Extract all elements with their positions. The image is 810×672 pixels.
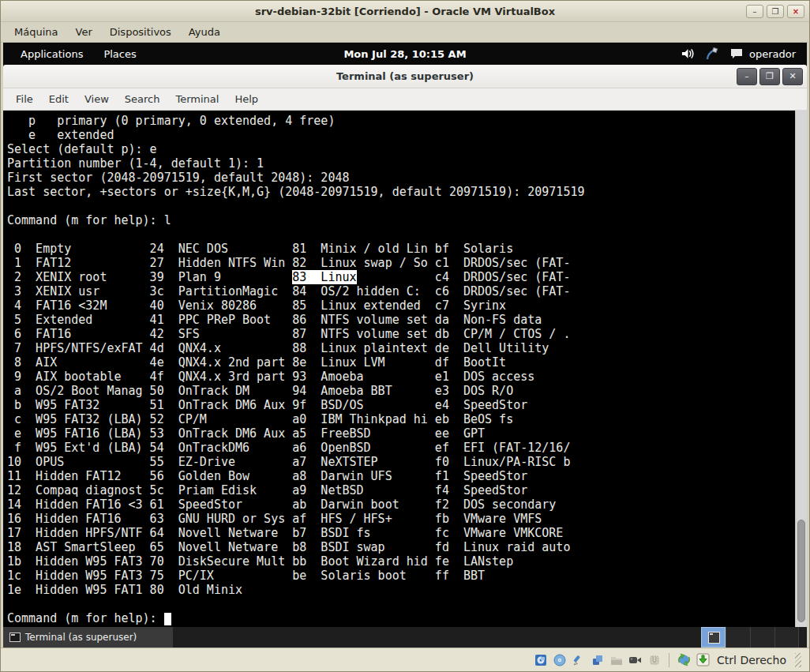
menu-terminal[interactable]: Terminal xyxy=(167,90,227,108)
username: operador xyxy=(749,48,796,60)
hostkey-label: Ctrl Derecho xyxy=(717,654,786,666)
statusbar-separator xyxy=(669,653,669,667)
terminal-line xyxy=(7,199,795,213)
terminal-line: 7 HPFS/NTFS/exFAT 4d QNX4.x 88 Linux pla… xyxy=(7,341,795,355)
terminal-window-title: Terminal (as superuser) xyxy=(3,70,807,82)
terminal-window-controls: – ❐ ✕ xyxy=(737,68,807,85)
menu-dispositivos[interactable]: Dispositivos xyxy=(101,23,180,41)
terminal-line: 1c Hidden W95 FAT3 75 PC/IX be Solaris b… xyxy=(7,569,795,583)
vm-screen: Mon Jul 28, 10:15 AM Applications Places… xyxy=(1,43,809,648)
terminal-line: First sector (2048-20971519, default 204… xyxy=(7,171,795,185)
workspace-2[interactable] xyxy=(726,627,750,648)
usb-icon[interactable]: U xyxy=(647,653,661,666)
menu-help[interactable]: Help xyxy=(227,90,266,108)
terminal-window: Terminal (as superuser) – ❐ ✕ File Edit … xyxy=(3,65,807,627)
terminal-line: 1e Hidden W95 FAT1 80 Old Minix xyxy=(7,583,795,597)
pen-icon[interactable] xyxy=(572,653,585,666)
menu-search[interactable]: Search xyxy=(117,90,168,108)
maximize-button[interactable]: ❐ xyxy=(767,5,784,18)
terminal-line: 12 Compaq diagnost 5c Priam Edisk a9 Net… xyxy=(7,483,795,497)
terminal-line: c W95 FAT32 (LBA) 52 CP/M a0 IBM Thinkpa… xyxy=(7,412,795,426)
terminal-line: 18 AST SmartSleep 65 Novell Netware b8 B… xyxy=(7,540,795,554)
terminal-close-button[interactable]: ✕ xyxy=(782,68,803,85)
terminal-line: e extended xyxy=(7,128,795,142)
taskbar-task-label: Terminal (as superuser) xyxy=(25,632,137,643)
terminal-line: 1b Hidden W95 FAT3 70 DiskSecure Mult bb… xyxy=(7,554,795,569)
user-menu[interactable]: operador xyxy=(730,47,796,61)
network-windows-icon[interactable] xyxy=(591,653,604,666)
minimize-button[interactable]: – xyxy=(746,5,763,18)
terminal-minimize-button[interactable]: – xyxy=(737,68,757,85)
scrollbar-thumb[interactable] xyxy=(797,520,805,622)
virtualbox-window: srv-debian-32bit [Corriendo] - Oracle VM… xyxy=(0,0,810,672)
volume-icon[interactable] xyxy=(681,47,695,61)
hard-disk-icon[interactable] xyxy=(534,653,547,666)
terminal-line: 5 Extended 41 PPC PReP Boot 86 NTFS volu… xyxy=(7,313,795,327)
video-capture-icon[interactable] xyxy=(628,653,642,666)
terminal-line: f W95 Ext'd (LBA) 54 OnTrackDM6 a6 OpenB… xyxy=(7,441,795,455)
terminal-line: p primary (0 primary, 0 extended, 4 free… xyxy=(7,114,795,128)
taskbar-terminal-button[interactable]: Terminal (as superuser) xyxy=(3,627,173,648)
terminal-mini-icon xyxy=(9,633,21,642)
terminal-line xyxy=(7,597,795,611)
terminal-line: 1 FAT12 27 Hidden NTFS Win 82 Linux swap… xyxy=(7,256,795,270)
workspace-window-thumbnail xyxy=(708,632,720,644)
terminal-scrollbar[interactable] xyxy=(795,111,807,627)
workspace-switcher xyxy=(701,627,799,648)
mouse-integration-icon[interactable] xyxy=(696,653,710,666)
terminal-line: 11 Hidden FAT12 56 Golden Bow a8 Darwin … xyxy=(7,469,795,483)
terminal-line: Partition number (1-4, default 1): 1 xyxy=(7,156,795,171)
terminal-menubar: File Edit View Search Terminal Help xyxy=(3,88,807,111)
terminal-line: 3 XENIX usr 3c PartitionMagic 84 OS/2 hi… xyxy=(7,284,795,298)
terminal-line: b W95 FAT32 51 OnTrack DM6 Aux 9f BSD/OS… xyxy=(7,398,795,412)
resize-grip[interactable] xyxy=(795,653,801,667)
vbox-titlebar[interactable]: srv-debian-32bit [Corriendo] - Oracle VM… xyxy=(1,1,809,22)
terminal-line: 14 Hidden FAT16 <3 61 SpeedStor ab Darwi… xyxy=(7,497,795,512)
terminal-line: 2 XENIX root 39 Plan 9 83 Linux c4 DRDOS… xyxy=(7,270,795,284)
terminal-line: Select (default p): e xyxy=(7,142,795,156)
gnome-top-panel: Mon Jul 28, 10:15 AM Applications Places… xyxy=(3,43,807,65)
menu-file[interactable]: File xyxy=(8,90,41,108)
terminal-line: 9 AIX bootable 4f QNX4.x 3rd part 93 Amo… xyxy=(7,370,795,384)
workspace-4[interactable] xyxy=(774,627,799,648)
vbox-menubar: Máquina Ver Dispositivos Ayuda xyxy=(1,22,809,43)
terminal-line: 0 Empty 24 NEC DOS 81 Minix / old Lin bf… xyxy=(7,242,795,256)
optical-disc-icon[interactable] xyxy=(553,653,566,666)
terminal-line: 10 OPUS 55 EZ-Drive a7 NeXTSTEP f0 Linux… xyxy=(7,455,795,469)
terminal-line: Command (m for help): l xyxy=(7,213,795,227)
vbox-window-title: srv-debian-32bit [Corriendo] - Oracle VM… xyxy=(1,6,809,17)
menu-edit[interactable]: Edit xyxy=(41,90,77,108)
tablet-pen-icon[interactable] xyxy=(706,47,719,61)
terminal-line: 17 Hidden HPFS/NTF 64 Novell Netware b7 … xyxy=(7,526,795,540)
globe-arrows-icon[interactable] xyxy=(677,653,691,666)
terminal-line: 4 FAT16 <32M 40 Venix 80286 85 Linux ext… xyxy=(7,298,795,313)
terminal-titlebar[interactable]: Terminal (as superuser) – ❐ ✕ xyxy=(3,65,807,88)
selected-partition-type: 83 Linux xyxy=(292,270,356,284)
terminal-line: Last sector, +sectors or +size{K,M,G} (2… xyxy=(7,185,795,199)
terminal-line: e W95 FAT16 (LBA) 53 OnTrack DM6 Aux a5 … xyxy=(7,426,795,441)
taskbar: Terminal (as superuser) xyxy=(3,627,807,648)
terminal-line xyxy=(7,227,795,242)
close-button[interactable]: × xyxy=(787,5,804,18)
svg-text:U: U xyxy=(652,657,657,664)
terminal-line: 8 AIX 4e QNX4.x 2nd part 8e Linux LVM df… xyxy=(7,355,795,370)
terminal-content-text[interactable]: p primary (0 primary, 0 extended, 4 free… xyxy=(3,111,795,627)
terminal-line: a OS/2 Boot Manag 50 OnTrack DM 94 Amoeb… xyxy=(7,384,795,398)
menu-view[interactable]: View xyxy=(77,90,117,108)
workspace-3[interactable] xyxy=(750,627,774,648)
terminal-maximize-button[interactable]: ❐ xyxy=(759,68,780,85)
shared-folders-icon[interactable] xyxy=(609,653,623,666)
menu-ver[interactable]: Ver xyxy=(67,23,101,41)
terminal-line: Command (m for help): xyxy=(7,611,795,625)
menu-maquina[interactable]: Máquina xyxy=(6,23,67,41)
vbox-statusbar: U Ctrl Derecho xyxy=(1,648,809,671)
chat-bubble-icon xyxy=(730,47,744,61)
workspace-1[interactable] xyxy=(701,627,726,648)
terminal-cursor xyxy=(164,613,171,625)
terminal-line: 6 FAT16 42 SFS 87 NTFS volume set db CP/… xyxy=(7,327,795,341)
menu-ayuda[interactable]: Ayuda xyxy=(180,23,229,41)
vbox-window-controls: – ❐ × xyxy=(746,5,809,18)
terminal-line: 16 Hidden FAT16 63 GNU HURD or Sys af HF… xyxy=(7,512,795,526)
